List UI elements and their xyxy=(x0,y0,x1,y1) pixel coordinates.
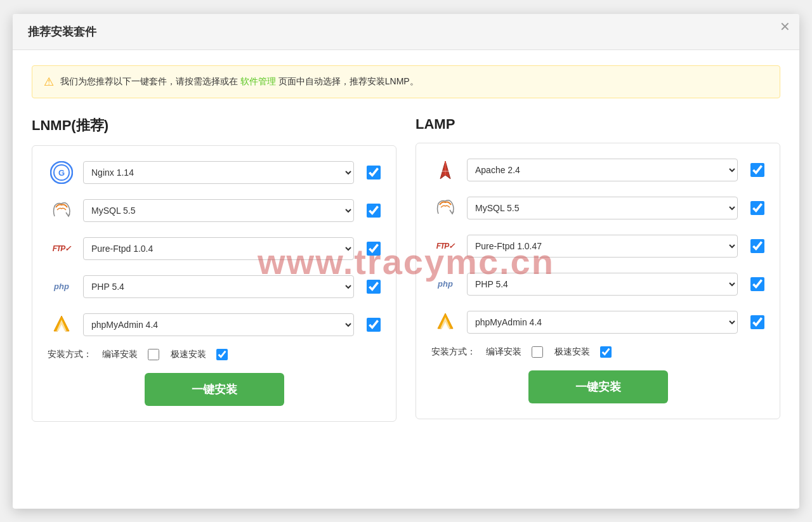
panels-container: LNMP(推荐) G Nginx 1.14 xyxy=(32,116,780,422)
lamp-install-method-label: 安装方式： xyxy=(431,346,476,358)
lnmp-mysql-row: MySQL 5.5 MySQL 5.6 MySQL 5.7 xyxy=(48,197,381,225)
lamp-panel: LAMP Apache 2.4 Apac xyxy=(416,116,780,422)
lamp-mysql-select[interactable]: MySQL 5.5 MySQL 5.6 MySQL 5.7 xyxy=(467,197,738,219)
lnmp-fast-label: 极速安装 xyxy=(171,349,206,360)
lnmp-ftp-select[interactable]: Pure-Ftpd 1.0.4 Pure-Ftpd 1.0.47 xyxy=(83,237,354,260)
lamp-php-icon: php xyxy=(438,279,453,289)
lamp-fast-label: 极速安装 xyxy=(554,346,590,358)
lnmp-phpmyadmin-icon-container xyxy=(48,311,75,339)
lamp-ftp-row: FTP✓ Pure-Ftpd 1.0.4 Pure-Ftpd 1.0.47 xyxy=(431,232,764,260)
lamp-title: LAMP xyxy=(416,116,780,133)
lamp-phpmyadmin-icon xyxy=(434,311,457,334)
notice-box: ⚠ 我们为您推荐以下一键套件，请按需选择或在 软件管理 页面中自动选择，推荐安装… xyxy=(32,65,780,98)
lnmp-fast-checkbox[interactable] xyxy=(216,349,228,360)
lamp-mysql-row: MySQL 5.5 MySQL 5.6 MySQL 5.7 xyxy=(431,194,764,222)
lamp-install-method: 安装方式： 编译安装 极速安装 xyxy=(431,346,764,358)
modal-container: 推荐安装套件 ✕ ⚠ 我们为您推荐以下一键套件，请按需选择或在 软件管理 页面中… xyxy=(13,14,799,509)
nginx-icon: G xyxy=(50,161,73,184)
lnmp-phpmyadmin-select[interactable]: phpMyAdmin 4.4 phpMyAdmin 5.0 xyxy=(83,313,354,336)
lamp-phpmyadmin-select[interactable]: phpMyAdmin 4.4 phpMyAdmin 5.0 xyxy=(467,311,738,334)
lnmp-box: G Nginx 1.14 Nginx 1.16 Nginx 1.18 xyxy=(32,145,396,422)
ftp-icon: FTP✓ xyxy=(53,244,71,253)
modal-title: 推荐安装套件 xyxy=(28,25,96,38)
lamp-mysql-icon xyxy=(433,196,457,220)
nginx-icon-container: G xyxy=(48,159,75,186)
phpmyadmin-icon xyxy=(50,313,73,336)
lamp-compile-checkbox[interactable] xyxy=(532,346,543,358)
lnmp-install-method-label: 安装方式： xyxy=(48,349,92,360)
lamp-ftp-icon-container: FTP✓ xyxy=(431,232,459,260)
php-icon: php xyxy=(54,282,69,291)
svg-text:G: G xyxy=(58,168,65,178)
lamp-install-button[interactable]: 一键安装 xyxy=(528,370,668,403)
lamp-php-row: php PHP 5.4 PHP 7.0 PHP 7.4 xyxy=(431,270,764,298)
lamp-apache-select[interactable]: Apache 2.4 Apache 2.2 xyxy=(467,159,738,181)
lnmp-phpmyadmin-row: phpMyAdmin 4.4 phpMyAdmin 5.0 xyxy=(48,311,381,339)
lamp-php-icon-container: php xyxy=(431,270,459,298)
notice-text: 我们为您推荐以下一键套件，请按需选择或在 软件管理 页面中自动选择，推荐安装LN… xyxy=(60,76,419,88)
lnmp-mysql-select[interactable]: MySQL 5.5 MySQL 5.6 MySQL 5.7 xyxy=(83,199,354,222)
lamp-php-checkbox[interactable] xyxy=(750,277,764,291)
lnmp-ftp-checkbox[interactable] xyxy=(367,242,381,256)
lnmp-compile-checkbox[interactable] xyxy=(148,349,159,360)
lamp-phpmyadmin-icon-container xyxy=(431,308,459,336)
lnmp-php-select[interactable]: PHP 5.4 PHP 7.0 PHP 7.4 xyxy=(83,275,354,298)
apache-icon xyxy=(434,159,457,181)
lnmp-install-button[interactable]: 一键安装 xyxy=(145,373,284,406)
lnmp-nginx-checkbox[interactable] xyxy=(367,166,381,179)
lnmp-mysql-icon-container xyxy=(48,197,75,225)
close-button[interactable]: ✕ xyxy=(780,20,790,33)
lnmp-php-checkbox[interactable] xyxy=(367,280,381,294)
lamp-compile-label: 编译安装 xyxy=(486,346,521,358)
lamp-phpmyadmin-row: phpMyAdmin 4.4 phpMyAdmin 5.0 xyxy=(431,308,764,336)
lamp-fast-checkbox[interactable] xyxy=(600,346,612,358)
lamp-ftp-select[interactable]: Pure-Ftpd 1.0.4 Pure-Ftpd 1.0.47 xyxy=(467,235,738,258)
lamp-ftp-icon: FTP✓ xyxy=(436,242,455,251)
lamp-apache-checkbox[interactable] xyxy=(750,163,764,177)
lnmp-php-row: php PHP 5.4 PHP 7.0 PHP 7.4 xyxy=(48,273,381,301)
lnmp-panel: LNMP(推荐) G Nginx 1.14 xyxy=(32,116,396,422)
lnmp-ftp-row: FTP✓ Pure-Ftpd 1.0.4 Pure-Ftpd 1.0.47 xyxy=(48,235,381,263)
lnmp-php-icon-container: php xyxy=(48,273,75,301)
lamp-mysql-icon-container xyxy=(431,194,459,222)
lamp-phpmyadmin-checkbox[interactable] xyxy=(750,315,764,329)
lnmp-ftp-icon-container: FTP✓ xyxy=(48,235,75,263)
lamp-mysql-checkbox[interactable] xyxy=(750,201,764,215)
lamp-ftp-checkbox[interactable] xyxy=(750,239,764,253)
mysql-icon xyxy=(49,199,74,223)
lamp-php-select[interactable]: PHP 5.4 PHP 7.0 PHP 7.4 xyxy=(467,273,738,296)
modal-body: ⚠ 我们为您推荐以下一键套件，请按需选择或在 软件管理 页面中自动选择，推荐安装… xyxy=(13,50,799,437)
lnmp-phpmyadmin-checkbox[interactable] xyxy=(367,318,381,332)
lamp-apache-row: Apache 2.4 Apache 2.2 xyxy=(431,156,764,184)
lnmp-nginx-select[interactable]: Nginx 1.14 Nginx 1.16 Nginx 1.18 xyxy=(83,161,354,184)
warning-icon: ⚠ xyxy=(44,75,54,89)
lnmp-compile-label: 编译安装 xyxy=(102,349,138,360)
lnmp-install-method: 安装方式： 编译安装 极速安装 xyxy=(48,349,381,360)
lnmp-mysql-checkbox[interactable] xyxy=(367,204,381,218)
lamp-apache-icon-container xyxy=(431,156,459,184)
lnmp-title: LNMP(推荐) xyxy=(32,116,396,135)
lamp-box: Apache 2.4 Apache 2.2 xyxy=(416,143,780,419)
software-management-link[interactable]: 软件管理 xyxy=(240,76,276,86)
lnmp-nginx-row: G Nginx 1.14 Nginx 1.16 Nginx 1.18 xyxy=(48,159,381,186)
modal-header: 推荐安装套件 ✕ xyxy=(13,14,799,50)
